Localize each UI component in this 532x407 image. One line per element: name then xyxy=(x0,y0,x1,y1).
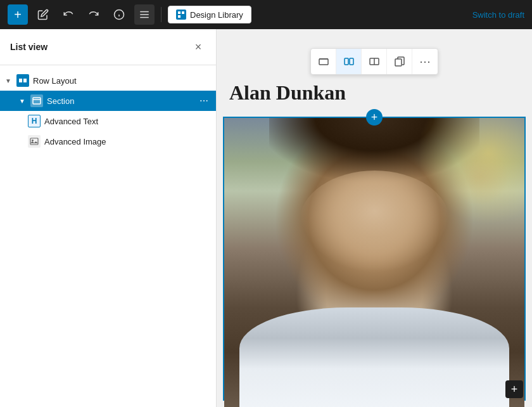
svg-rect-9 xyxy=(19,79,22,82)
person-name-area: Alan Dunkan xyxy=(229,81,526,110)
photo-background xyxy=(224,118,524,407)
svg-rect-13 xyxy=(30,138,38,145)
plus-icon: + xyxy=(371,112,378,123)
section-label: Section xyxy=(47,96,196,106)
svg-point-14 xyxy=(32,139,34,141)
two-col-button[interactable] xyxy=(336,49,362,74)
list-view-sidebar: List view × ▼ Row Layout ▼ xyxy=(0,29,217,407)
tree-item-advanced-image[interactable]: Advanced Image xyxy=(0,131,216,152)
copy-button[interactable] xyxy=(387,49,412,74)
svg-rect-6 xyxy=(178,11,180,14)
select-block-button[interactable] xyxy=(311,49,336,74)
design-library-button[interactable]: Design Library xyxy=(168,6,251,23)
row-layout-icon xyxy=(16,74,29,87)
tree-item-section[interactable]: ▼ Section ⋯ xyxy=(0,91,216,111)
canvas-area: ⋯ Alan Dunkan + xyxy=(217,29,532,407)
design-library-icon xyxy=(176,10,186,20)
sidebar-title: List view xyxy=(10,42,48,52)
sidebar-header: List view × xyxy=(0,29,216,65)
svg-rect-7 xyxy=(182,11,184,14)
person-photo xyxy=(224,118,524,407)
toolbar-separator xyxy=(161,7,162,22)
svg-rect-18 xyxy=(350,58,353,65)
bottom-plus-icon: + xyxy=(511,383,518,396)
top-toolbar: + xyxy=(0,0,532,29)
list-view-button[interactable] xyxy=(134,4,155,25)
switch-draft-button[interactable]: Switch to draft xyxy=(472,10,524,20)
chevron-down-icon-section: ▼ xyxy=(19,98,27,105)
info-button[interactable] xyxy=(109,4,129,25)
ellipsis-icon: ⋯ xyxy=(419,56,431,67)
jacket-overlay xyxy=(239,307,510,407)
advanced-image-icon xyxy=(28,135,41,148)
advanced-text-label: Advanced Text xyxy=(44,117,208,126)
row-layout-label: Row Layout xyxy=(33,76,208,86)
chevron-down-icon: ▼ xyxy=(5,77,13,84)
section-icon xyxy=(30,94,43,107)
svg-rect-8 xyxy=(178,15,180,18)
add-block-inside-button[interactable]: + xyxy=(366,109,383,126)
svg-rect-15 xyxy=(319,59,328,65)
advanced-image-label: Advanced Image xyxy=(44,137,208,146)
advanced-text-icon: H xyxy=(28,115,41,127)
redo-button[interactable] xyxy=(84,4,104,25)
bottom-add-button[interactable]: + xyxy=(505,380,523,398)
design-library-label: Design Library xyxy=(190,10,243,20)
tree-list: ▼ Row Layout ▼ Section xyxy=(0,65,216,157)
svg-rect-17 xyxy=(345,58,348,65)
add-block-button[interactable]: + xyxy=(8,4,28,25)
close-sidebar-button[interactable]: × xyxy=(191,39,206,55)
person-name: Alan Dunkan xyxy=(229,81,526,110)
bg-light-2 xyxy=(450,147,510,205)
main-content: List view × ▼ Row Layout ▼ xyxy=(0,29,532,407)
one-col-button[interactable] xyxy=(362,49,387,74)
section-more-icon[interactable]: ⋯ xyxy=(200,96,208,106)
section-block[interactable]: + xyxy=(223,117,526,401)
svg-rect-10 xyxy=(23,79,27,82)
tree-item-row-layout[interactable]: ▼ Row Layout xyxy=(0,70,216,91)
svg-rect-21 xyxy=(395,59,402,66)
tree-item-advanced-text[interactable]: H Advanced Text xyxy=(0,111,216,131)
more-options-button[interactable]: ⋯ xyxy=(412,49,438,74)
edit-icon-button[interactable] xyxy=(33,4,53,25)
svg-rect-11 xyxy=(33,98,41,104)
toolbar-left: + xyxy=(8,4,467,25)
undo-button[interactable] xyxy=(58,4,79,25)
toolbar-right: Switch to draft xyxy=(472,10,524,20)
block-toolbar: ⋯ xyxy=(310,48,438,75)
